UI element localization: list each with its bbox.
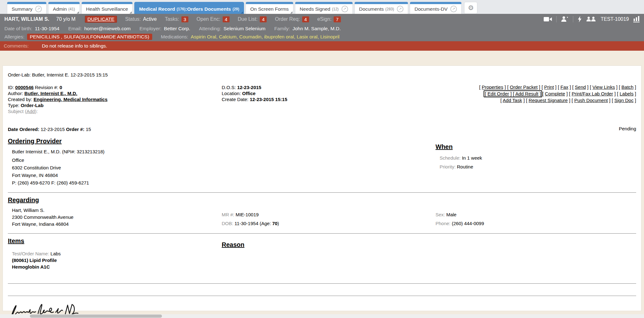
horizontal-scrollbar[interactable]: [0, 314, 644, 318]
author-link[interactable]: Butler, Internist E., M.D.: [25, 91, 77, 96]
document-meta-middle: D.O.S: 12-23-2015 Location: Office Creat…: [222, 84, 287, 102]
tab-summary[interactable]: Summary ↗: [7, 2, 47, 14]
email-label: Email:: [68, 26, 82, 31]
attending-label: Attending:: [199, 26, 221, 31]
comments-text: Do not release info to siblings.: [42, 43, 107, 49]
tab-documents-dv[interactable]: Documents-DV ↗: [410, 2, 462, 14]
properties-link[interactable]: Properties: [482, 84, 503, 90]
order-summary-row: Date Ordered: 12-23-2015 Order #: 15 Pen…: [8, 127, 636, 132]
regarding-address-line2: Fort Wayne, Indiana 46804: [12, 221, 636, 228]
tab-admin[interactable]: Admin (41): [48, 2, 80, 14]
patient-age-sex: 70 y/o M: [56, 16, 75, 22]
system-id: TEST-10019: [601, 16, 629, 22]
revision-value: 0: [59, 85, 62, 90]
employer-label: Employer:: [140, 26, 162, 31]
regarding-patient-name: Hart, William S.: [12, 207, 636, 214]
sign-doc-link[interactable]: Sign Doc: [614, 98, 634, 103]
tab-label: Summary: [12, 6, 32, 12]
created-by-link[interactable]: Engineering, Medical Informatics: [34, 97, 108, 102]
order-number-label: Order #:: [66, 127, 84, 132]
send-link[interactable]: Send: [575, 84, 586, 90]
comments-label: Comments:: [4, 43, 29, 49]
subject-add-link[interactable]: Add: [26, 109, 35, 114]
regarding-heading: Regarding: [8, 196, 636, 204]
fax-link[interactable]: Fax: [560, 84, 568, 90]
print-fax-lab-order-link[interactable]: Print/Fax Lab Order: [572, 91, 613, 96]
location-value: Office: [242, 91, 256, 96]
regarding-dob-label: DOB:: [222, 221, 233, 226]
family-label: Family:: [274, 26, 290, 31]
status-value: Active: [143, 16, 157, 22]
test-order-name-value: Labs: [51, 251, 61, 256]
tab-fold-icon: [290, 11, 292, 14]
provider-facility: Office: [12, 156, 636, 164]
regarding-age-value: 70: [272, 221, 278, 226]
add-person-icon[interactable]: [561, 16, 569, 22]
phone-value: (260) 444-0099: [452, 221, 484, 226]
popup-icon[interactable]: ↗: [35, 6, 42, 12]
tab-needs-signed[interactable]: Needs Signed (12) ↗: [295, 2, 353, 14]
tab-documents[interactable]: Documents (283) ↗: [354, 2, 408, 14]
batch-link[interactable]: Batch: [621, 84, 633, 90]
tab-count: (12): [332, 7, 338, 11]
document-id-link[interactable]: 0000546: [15, 85, 33, 90]
order-req-count-badge[interactable]: 4: [302, 16, 309, 22]
add-task-link[interactable]: Add Task: [503, 98, 522, 103]
due-list-count-badge[interactable]: 4: [260, 16, 267, 22]
order-packet-link[interactable]: Order Packet: [510, 84, 537, 90]
document-actions: PropertiesOrder PacketPrintFaxSendView L…: [479, 84, 636, 104]
open-enc-count-badge[interactable]: 4: [223, 16, 230, 22]
chart-tab-bar: Summary ↗ Admin (41) Health Surveillance…: [0, 0, 644, 14]
tab-count: (283): [385, 7, 394, 11]
comments-band: Comments: Do not release info to sibling…: [0, 41, 644, 51]
scrollbar-thumb[interactable]: [30, 315, 162, 318]
id-label: ID:: [8, 85, 14, 90]
dob-value: 11-30-1954: [35, 26, 59, 31]
request-signature-link[interactable]: Request Signature: [529, 98, 568, 103]
bar-chart-icon[interactable]: [633, 16, 640, 22]
sex-label: Sex:: [436, 212, 445, 217]
push-document-link[interactable]: Push Document: [574, 98, 608, 103]
attending-value: Selenium Selenium: [224, 26, 266, 31]
users-icon[interactable]: [586, 16, 596, 22]
reason-heading: Reason: [222, 241, 244, 248]
tab-label: Medical Record: [139, 6, 175, 12]
tab-on-screen-forms[interactable]: On Screen Forms: [246, 2, 293, 14]
allergies-badge[interactable]: PENICILLINS , SULFA(SULFONAMIDE ANTIBIOT…: [27, 34, 152, 40]
tab-label: On Screen Forms: [250, 6, 289, 12]
popup-icon[interactable]: ↗: [341, 6, 348, 12]
order-item: (80061) Lipid Profile: [12, 257, 636, 264]
due-list-label: Due List:: [238, 16, 258, 22]
lightning-icon[interactable]: [578, 16, 582, 22]
patient-name: HART, WILLIAM S.: [4, 16, 49, 22]
popup-icon[interactable]: ↗: [397, 6, 403, 12]
status-label: Status:: [125, 16, 141, 22]
tab-medical-record-orders-documents[interactable]: Medical Record (176) :Orders Documents (…: [134, 2, 244, 14]
schedule-label: Schedule:: [440, 155, 461, 161]
allergies-medications-row: Allergies: PENICILLINS , SULFA(SULFONAMI…: [0, 32, 644, 41]
esign-count-badge[interactable]: 7: [334, 16, 341, 22]
labels-link[interactable]: Labels: [619, 91, 633, 96]
print-link[interactable]: Print: [544, 84, 554, 90]
tasks-count-badge[interactable]: 3: [181, 16, 188, 22]
edit-order-link[interactable]: Edit Order: [487, 91, 509, 96]
view-links-link[interactable]: View Links: [592, 84, 615, 90]
email-value: horner@mieweb.com: [84, 26, 131, 31]
popup-icon[interactable]: ↗: [450, 6, 457, 12]
phone-label: Phone:: [436, 221, 451, 226]
revision-label: Revision #:: [35, 85, 58, 90]
add-result-link[interactable]: Add Result: [515, 91, 538, 96]
priority-value: Routine: [457, 164, 473, 169]
video-camera-icon[interactable]: [544, 16, 552, 22]
date-ordered-value: 12-23-2015: [41, 127, 65, 132]
allergies-label: Allergies:: [4, 34, 25, 40]
items-section: Items Reason Test/Order Name: Labs (8006…: [8, 237, 636, 270]
tab-health-surveillance[interactable]: Health Surveillance: [81, 2, 133, 14]
tab-settings-button[interactable]: ⚙: [464, 2, 477, 14]
duplicate-flag-badge[interactable]: DUPLICATE: [85, 16, 117, 23]
complete-link[interactable]: Complete: [545, 91, 565, 96]
provider-phone-fax: P: (260) 459-6270 F: (260) 459-6271: [12, 179, 636, 187]
subject-suffix: ):: [35, 109, 38, 114]
medications-list: Aspirin Oral, Calcium, Coumadin, ibuprof…: [191, 34, 340, 40]
order-item: Hemoglobin A1C: [12, 264, 636, 270]
